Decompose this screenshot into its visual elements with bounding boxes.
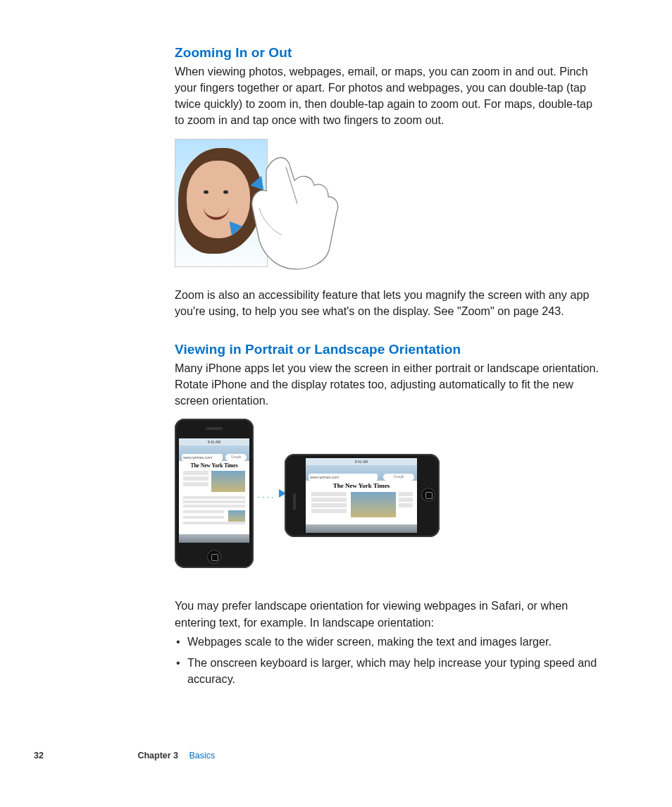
para-zoom-1: When viewing photos, webpages, email, or…: [175, 63, 604, 129]
page-footer: 32 Chapter 3 Basics: [34, 751, 640, 768]
masthead: The New York Times: [179, 461, 249, 469]
masthead: The New York Times: [306, 481, 417, 489]
figure-orientation: 9:41 AM www.nytimes.com/ Google The New …: [175, 419, 456, 581]
figure-pinch-zoom: [175, 139, 604, 273]
list-item: Webpages scale to the wider screen, maki…: [175, 634, 604, 650]
url-bar: www.nytimes.com/: [309, 474, 378, 481]
phone-landscape: 9:41 AM www.nytimes.com/ Google The New …: [285, 454, 440, 537]
heading-zoom: Zooming In or Out: [175, 45, 604, 61]
orientation-bullet-list: Webpages scale to the wider screen, maki…: [175, 634, 604, 687]
search-pill: Google: [383, 474, 414, 481]
hand-icon: [224, 142, 365, 276]
chapter-name: Basics: [189, 751, 216, 760]
home-button-icon: [421, 488, 435, 502]
statusbar-time: 9:41 AM: [179, 438, 249, 445]
para-orient-1: Many iPhone apps let you view the screen…: [175, 360, 604, 409]
rotation-dots-icon: ····: [258, 492, 275, 502]
heading-orientation: Viewing in Portrait or Landscape Orienta…: [175, 342, 604, 357]
statusbar-time: 9:41 AM: [306, 458, 417, 465]
phone-portrait: 9:41 AM www.nytimes.com/ Google The New …: [175, 419, 254, 568]
url-bar: www.nytimes.com/: [182, 454, 223, 461]
list-item: The onscreen keyboard is larger, which m…: [175, 655, 604, 686]
page-number: 32: [34, 751, 44, 760]
home-button-icon: [207, 550, 221, 564]
para-orient-2: You may prefer landscape orientation for…: [175, 598, 604, 630]
chapter-label: Chapter 3: [137, 751, 178, 760]
para-zoom-2: Zoom is also an accessibility feature th…: [175, 287, 604, 319]
search-pill: Google: [225, 454, 247, 461]
